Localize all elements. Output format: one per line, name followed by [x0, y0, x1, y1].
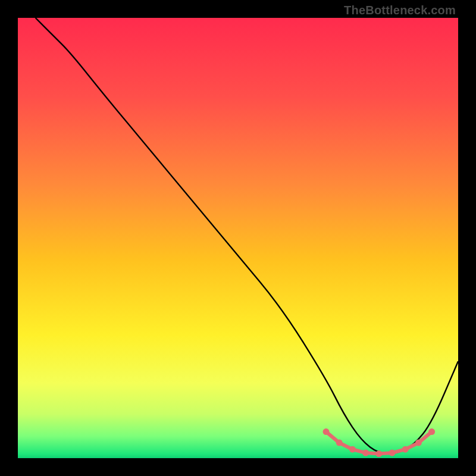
chart-frame [18, 18, 458, 458]
highlight-dot [362, 450, 369, 456]
highlight-dot [349, 446, 356, 453]
highlight-dot [336, 440, 343, 446]
highlight-dot [375, 450, 382, 457]
chart-svg [18, 18, 458, 458]
highlight-dot [415, 440, 422, 446]
highlight-dot [428, 428, 435, 435]
highlight-dot [323, 428, 330, 435]
watermark-text: TheBottleneck.com [344, 4, 456, 17]
chart-background [18, 18, 458, 458]
highlight-dot [402, 446, 409, 453]
highlight-dot [389, 450, 396, 456]
